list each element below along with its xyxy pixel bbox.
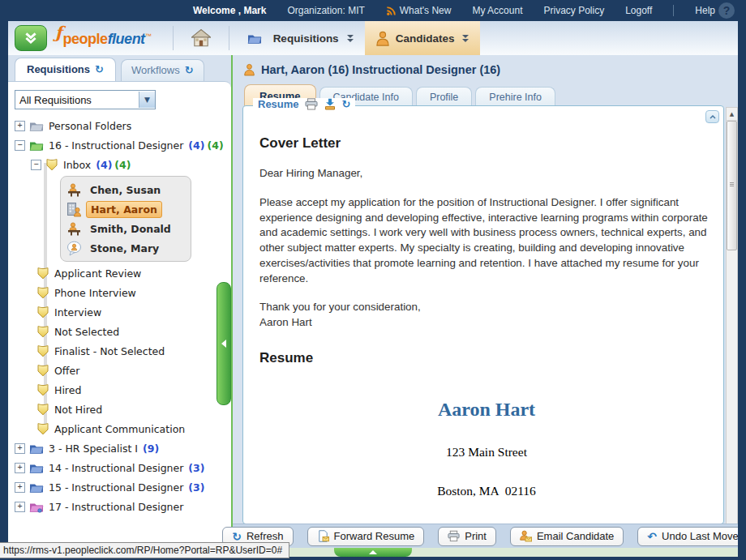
download-resume-icon[interactable] xyxy=(324,98,337,110)
app-launcher-icon[interactable] xyxy=(15,25,47,51)
stage-not-hired[interactable]: Not Hired xyxy=(15,400,231,419)
nav-candidates[interactable]: Candidates xyxy=(365,21,481,55)
folder-green-icon xyxy=(29,139,44,152)
panel-title: Resume xyxy=(258,98,299,110)
tab-requisitions-label: Requisitions xyxy=(27,63,90,75)
tree-node-req3[interactable]: + 3 - HR Specialist I (9) xyxy=(15,438,231,458)
print-icon[interactable] xyxy=(305,98,318,110)
my-account-link[interactable]: My Account xyxy=(472,5,522,16)
candidate-name: Stone, Mary xyxy=(86,241,163,256)
stage-phone-interview[interactable]: Phone Interview xyxy=(15,283,231,302)
stage-label: Interview xyxy=(54,306,101,318)
whats-new-link[interactable]: What's New xyxy=(386,5,452,16)
stage-hired[interactable]: Hired xyxy=(15,380,231,400)
tree-label: 14 - Instructional Designer xyxy=(49,462,183,474)
scroll-up-button[interactable]: ▲ xyxy=(727,108,737,121)
candidate-stone-mary[interactable]: Stone, Mary xyxy=(61,238,191,258)
rss-icon xyxy=(386,6,397,16)
status-url: https://rms-v1.peopleclick.com/RP/Home?P… xyxy=(3,545,282,556)
help-link[interactable]: Help ? xyxy=(695,2,735,19)
home-button[interactable] xyxy=(180,21,222,55)
email-candidate-button[interactable]: Email Candidate xyxy=(510,527,624,546)
stage-offer[interactable]: Offer xyxy=(15,361,231,380)
expand-icon[interactable]: + xyxy=(15,443,25,454)
expand-icon[interactable]: + xyxy=(15,463,25,473)
collapse-node-icon[interactable]: − xyxy=(31,160,41,170)
stage-shield-icon xyxy=(36,403,49,416)
tree-node-req17[interactable]: + 17 - Instructional Designer xyxy=(15,497,231,516)
scrollbar-thumb[interactable] xyxy=(727,121,737,250)
logo-f-mark: ƒ xyxy=(55,23,62,42)
candidate-chen-susan[interactable]: Chen, Susan xyxy=(61,180,191,199)
tree-node-req14[interactable]: + 14 - Instructional Designer (3) xyxy=(15,458,231,477)
stage-applicant-communication[interactable]: Applicant Communication xyxy=(15,419,231,438)
refresh-icon[interactable]: ↻ xyxy=(342,99,351,109)
topbar-divider xyxy=(673,5,674,16)
tree-node-req16[interactable]: − 16 - Instructional Designer (4) (4) xyxy=(15,135,231,155)
stage-applicant-review[interactable]: Applicant Review xyxy=(15,263,231,283)
collapse-node-icon[interactable]: − xyxy=(15,140,25,151)
stage-shield-icon xyxy=(36,364,49,377)
tab-workflows[interactable]: Workflows ↻ xyxy=(121,59,204,81)
undo-last-move-button[interactable]: ↶ Undo Last Move xyxy=(637,527,738,546)
nav-requisitions-label: Requisitions xyxy=(273,32,339,45)
stage-not-selected[interactable]: Not Selected xyxy=(15,322,231,341)
tab-profile[interactable]: Profile xyxy=(416,87,472,107)
main-content: Hart, Aaron (16) Instructional Designer … xyxy=(233,55,738,548)
forward-resume-button[interactable]: Forward Resume xyxy=(307,527,425,546)
home-icon xyxy=(191,29,211,47)
candidate-name: Smith, Donald xyxy=(86,221,175,237)
stage-shield-icon xyxy=(36,325,49,338)
sidebar: Requisitions ↻ Workflows ↻ All Requisiti… xyxy=(8,55,233,548)
tree-node-inbox[interactable]: − Inbox (4) (4) xyxy=(15,155,231,174)
sidebar-panel: All Requisitions ▼ + Personal Folders − … xyxy=(8,81,231,548)
stage-finalist-not-selected[interactable]: Finalist - Not Selected xyxy=(15,341,231,361)
folder-blue-icon xyxy=(29,462,44,474)
candidate-smith-donald[interactable]: Smith, Donald xyxy=(61,219,191,238)
logo-people: people xyxy=(63,31,108,48)
chevron-down-icon xyxy=(347,35,354,42)
collapse-left-arrow-icon xyxy=(221,340,226,348)
dropdown-arrow-icon[interactable]: ▼ xyxy=(139,92,155,108)
logo-fluent: fluent xyxy=(108,31,145,48)
logoff-link[interactable]: Logoff xyxy=(625,5,652,16)
cover-letter-closing: Thank you for your consideration, xyxy=(259,300,714,315)
candidate-name: Hart, Aaron xyxy=(86,201,162,218)
vertical-scrollbar[interactable]: ▲ ▼ xyxy=(726,107,738,541)
bottom-collapse-handle[interactable] xyxy=(334,548,412,557)
expand-icon[interactable]: + xyxy=(15,482,25,493)
tree-label: 3 - HR Specialist I xyxy=(49,442,138,455)
privacy-policy-link[interactable]: Privacy Policy xyxy=(543,5,604,16)
print-button[interactable]: Print xyxy=(438,527,496,546)
refresh-icon[interactable]: ↻ xyxy=(185,65,194,75)
stage-shield-icon xyxy=(36,344,49,357)
refresh-icon[interactable]: ↻ xyxy=(95,64,104,75)
stage-label: Applicant Communication xyxy=(54,423,185,435)
tree-node-req15[interactable]: + 15 - Instructional Designer (3) xyxy=(15,477,231,497)
stage-label: Not Selected xyxy=(54,326,119,338)
requisition-filter-select[interactable]: All Requisitions ▼ xyxy=(15,90,156,109)
stage-interview[interactable]: Interview xyxy=(15,302,231,322)
building-person-icon xyxy=(66,202,82,217)
undo-last-move-label: Undo Last Move xyxy=(662,530,738,542)
count: (3) xyxy=(188,462,204,474)
expand-icon[interactable]: + xyxy=(15,502,25,512)
person-icon xyxy=(244,63,255,76)
tab-prehire-info[interactable]: Prehire Info xyxy=(475,87,555,107)
help-label: Help xyxy=(695,5,715,16)
sidebar-collapse-splitter[interactable] xyxy=(217,282,231,405)
top-bar: Welcome , Mark Organization: MIT What's … xyxy=(0,0,746,21)
peoplefluent-logo: ƒpeoplefluent™ xyxy=(55,28,152,48)
print-icon xyxy=(448,530,460,542)
nav-requisitions[interactable]: Requisitions xyxy=(236,21,365,55)
candidate-hart-aaron[interactable]: Hart, Aaron xyxy=(61,199,191,219)
tree-node-personal-folders[interactable]: + Personal Folders xyxy=(15,116,231,135)
logo-nav-bar: ƒpeoplefluent™ Requisitions Candidates xyxy=(8,21,738,55)
tab-requisitions[interactable]: Requisitions ↻ xyxy=(15,58,116,81)
tree-label: 16 - Instructional Designer xyxy=(49,139,183,152)
stage-label: Finalist - Not Selected xyxy=(54,345,165,357)
resume-panel-legend: Resume ↻ xyxy=(253,98,355,110)
desk-person-icon xyxy=(66,182,82,198)
tree-label: Personal Folders xyxy=(49,120,131,132)
expand-icon[interactable]: + xyxy=(15,121,25,131)
